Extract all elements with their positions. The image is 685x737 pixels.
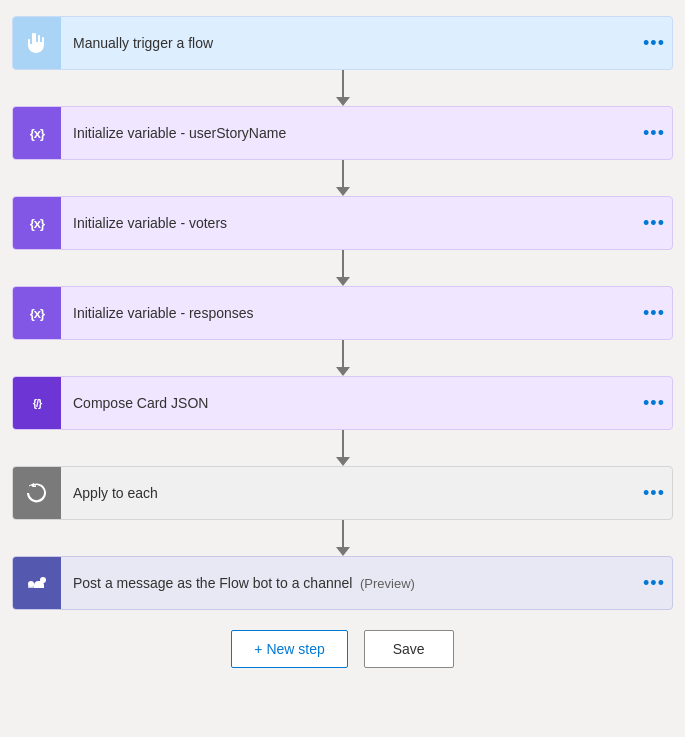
step-label-text: Initialize variable - userStoryName — [73, 125, 286, 141]
connector-arrow — [336, 457, 350, 466]
step-more-button-compose-json[interactable]: ••• — [636, 393, 672, 414]
connector-line — [342, 340, 344, 367]
step-more-button-init-responses[interactable]: ••• — [636, 303, 672, 324]
var-icon: {x} — [13, 197, 61, 249]
step-label-init-userstoryname: Initialize variable - userStoryName — [61, 125, 636, 141]
connector-line — [342, 520, 344, 547]
teams-icon — [13, 557, 61, 609]
step-label-text: Post a message as the Flow bot to a chan… — [73, 575, 352, 591]
connector-arrow — [336, 367, 350, 376]
step-label-text: Manually trigger a flow — [73, 35, 213, 51]
connector-5 — [12, 430, 673, 466]
step-card-init-voters[interactable]: {x}Initialize variable - voters••• — [12, 196, 673, 250]
step-more-button-init-userstoryname[interactable]: ••• — [636, 123, 672, 144]
var-icon: {x} — [13, 107, 61, 159]
connector-line — [342, 70, 344, 97]
step-more-button-post-message[interactable]: ••• — [636, 573, 672, 594]
hand-icon — [13, 17, 61, 69]
step-more-button-trigger[interactable]: ••• — [636, 33, 672, 54]
connector-line — [342, 250, 344, 277]
step-card-compose-json[interactable]: {/}Compose Card JSON••• — [12, 376, 673, 430]
step-more-button-init-voters[interactable]: ••• — [636, 213, 672, 234]
step-card-post-message[interactable]: Post a message as the Flow bot to a chan… — [12, 556, 673, 610]
connector-3 — [12, 250, 673, 286]
step-label-compose-json: Compose Card JSON — [61, 395, 636, 411]
connector-1 — [12, 70, 673, 106]
svg-marker-0 — [30, 483, 34, 487]
step-label-post-message: Post a message as the Flow bot to a chan… — [61, 575, 636, 591]
step-card-init-responses[interactable]: {x}Initialize variable - responses••• — [12, 286, 673, 340]
var-icon: {x} — [13, 287, 61, 339]
step-more-button-apply-each[interactable]: ••• — [636, 483, 672, 504]
flow-canvas: Manually trigger a flow••• {x}Initialize… — [0, 16, 685, 668]
step-label-init-voters: Initialize variable - voters — [61, 215, 636, 231]
step-card-apply-each[interactable]: Apply to each••• — [12, 466, 673, 520]
connector-arrow — [336, 97, 350, 106]
connector-4 — [12, 340, 673, 376]
step-label-init-responses: Initialize variable - responses — [61, 305, 636, 321]
connector-arrow — [336, 187, 350, 196]
connector-2 — [12, 160, 673, 196]
connector-6 — [12, 520, 673, 556]
step-label-text: Initialize variable - responses — [73, 305, 254, 321]
step-card-init-userstoryname[interactable]: {x}Initialize variable - userStoryName••… — [12, 106, 673, 160]
step-label-trigger: Manually trigger a flow — [61, 35, 636, 51]
loop-icon — [13, 467, 61, 519]
connector-line — [342, 430, 344, 457]
step-label-text: Initialize variable - voters — [73, 215, 227, 231]
step-label-apply-each: Apply to each — [61, 485, 636, 501]
step-label-text: Compose Card JSON — [73, 395, 208, 411]
preview-tag: (Preview) — [356, 576, 415, 591]
save-button[interactable]: Save — [364, 630, 454, 668]
new-step-button[interactable]: + New step — [231, 630, 347, 668]
step-label-text: Apply to each — [73, 485, 158, 501]
connector-line — [342, 160, 344, 187]
step-card-trigger[interactable]: Manually trigger a flow••• — [12, 16, 673, 70]
compose-icon: {/} — [13, 377, 61, 429]
connector-arrow — [336, 547, 350, 556]
connector-arrow — [336, 277, 350, 286]
bottom-toolbar: + New stepSave — [231, 630, 453, 668]
